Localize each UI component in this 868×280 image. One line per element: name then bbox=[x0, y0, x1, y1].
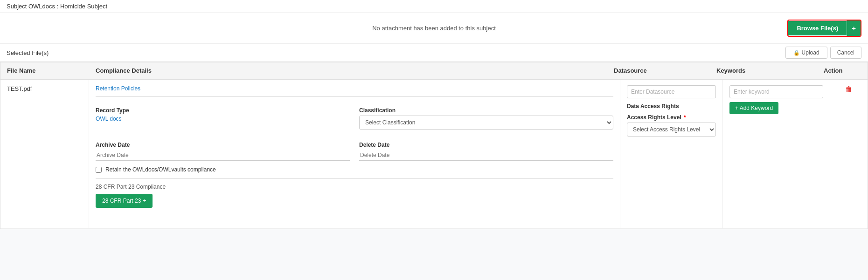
col-header-filename: File Name bbox=[7, 67, 96, 74]
required-asterisk: * bbox=[684, 114, 686, 121]
lock-icon: 🔒 bbox=[793, 50, 800, 56]
archive-date-col: Archive Date bbox=[96, 136, 350, 161]
delete-icon[interactable]: 🗑 bbox=[845, 85, 853, 94]
subject-label: Subject OWLdocs : Homicide Subject bbox=[7, 3, 107, 10]
access-rights-level-label: Access Rights Level * bbox=[627, 114, 716, 121]
retain-label: Retain the OWLdocs/OWLvaults compliance bbox=[105, 166, 216, 173]
file-name-value: TEST.pdf bbox=[7, 85, 32, 92]
retention-policies-label: Retention Policies bbox=[96, 85, 613, 92]
access-rights-select[interactable]: Select Access Rights Level bbox=[627, 123, 716, 137]
record-type-label: Record Type bbox=[96, 107, 350, 114]
retain-checkbox[interactable] bbox=[96, 167, 102, 173]
col-header-compliance: Compliance Details bbox=[96, 67, 614, 74]
col-header-action: Action bbox=[824, 67, 861, 74]
table-row: TEST.pdf Retention Policies Record Type … bbox=[0, 80, 868, 229]
archive-date-input[interactable] bbox=[96, 150, 350, 161]
classification-col: Classification Select Classification bbox=[359, 102, 613, 130]
no-attachment-bar: No attachment has been added to this sub… bbox=[0, 13, 868, 44]
col-datasource: Data Access Rights Access Rights Level *… bbox=[620, 80, 723, 228]
data-access-rights-label: Data Access Rights bbox=[627, 103, 716, 109]
action-buttons-bar: 🔒 Upload Cancel bbox=[785, 47, 861, 59]
browse-files-button[interactable]: Browse File(s) bbox=[788, 21, 847, 35]
divider-2 bbox=[96, 178, 613, 179]
cfr-button-label: 28 CFR Part 23 bbox=[102, 198, 141, 204]
browse-plus-button[interactable]: + bbox=[847, 20, 861, 36]
record-type-value: OWL docs bbox=[96, 116, 350, 122]
add-keyword-button[interactable]: + Add Keyword bbox=[729, 102, 778, 114]
col-action: 🗑 bbox=[830, 80, 868, 228]
delete-date-input[interactable] bbox=[359, 150, 613, 161]
col-keywords: + Add Keyword bbox=[723, 80, 830, 228]
col-compliance: Retention Policies Record Type OWL docs … bbox=[89, 80, 620, 228]
retain-checkbox-row: Retain the OWLdocs/OWLvaults compliance bbox=[96, 166, 613, 173]
divider-1 bbox=[96, 96, 613, 97]
main-table: File Name Compliance Details Datasource … bbox=[0, 62, 868, 229]
table-header: File Name Compliance Details Datasource … bbox=[0, 62, 868, 80]
delete-date-label: Delete Date bbox=[359, 142, 613, 148]
cfr-button[interactable]: 28 CFR Part 23 + bbox=[96, 194, 153, 208]
cfr-section-label: 28 CFR Part 23 Compliance bbox=[96, 184, 613, 190]
col-header-datasource: Datasource bbox=[614, 67, 716, 74]
dates-grid: Archive Date Delete Date bbox=[96, 136, 613, 161]
col-header-keywords: Keywords bbox=[716, 67, 824, 74]
col-filename: TEST.pdf bbox=[0, 80, 89, 228]
selected-files-bar: Selected File(s) 🔒 Upload Cancel bbox=[0, 44, 868, 62]
datasource-input[interactable] bbox=[627, 85, 716, 98]
record-type-col: Record Type OWL docs bbox=[96, 102, 350, 130]
cancel-button[interactable]: Cancel bbox=[830, 47, 861, 59]
no-attachment-message: No attachment has been added to this sub… bbox=[292, 25, 576, 32]
keyword-input[interactable] bbox=[729, 85, 823, 98]
compliance-grid: Record Type OWL docs Classification Sele… bbox=[96, 102, 613, 130]
browse-file-container: Browse File(s) + bbox=[787, 20, 861, 37]
archive-date-label: Archive Date bbox=[96, 142, 350, 148]
classification-label: Classification bbox=[359, 107, 613, 114]
top-bar: Subject OWLdocs : Homicide Subject bbox=[0, 0, 868, 13]
selected-files-label: Selected File(s) bbox=[7, 49, 49, 56]
cfr-plus-icon: + bbox=[143, 198, 146, 204]
upload-button[interactable]: 🔒 Upload bbox=[785, 47, 827, 59]
classification-select[interactable]: Select Classification bbox=[359, 116, 613, 130]
delete-date-col: Delete Date bbox=[359, 136, 613, 161]
